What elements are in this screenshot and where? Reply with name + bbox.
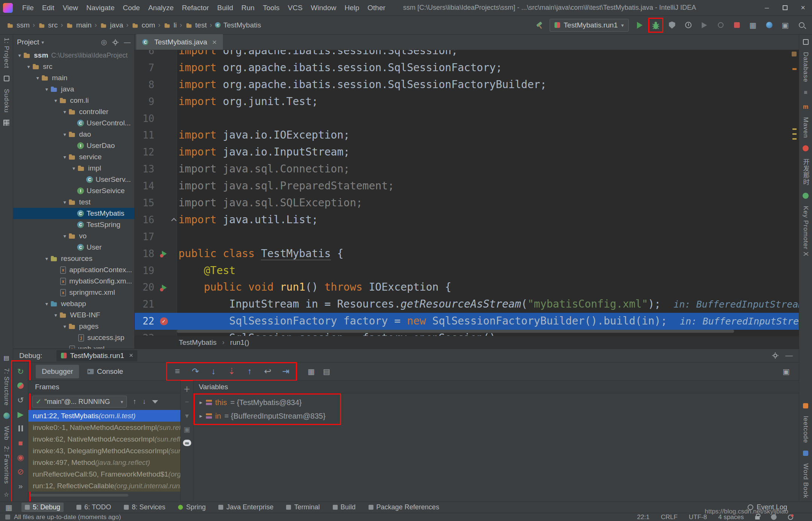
search-everywhere-button[interactable] <box>764 20 774 30</box>
run-disabled-button[interactable] <box>699 20 710 30</box>
lock-icon[interactable] <box>755 516 760 519</box>
tool-button-favorites[interactable]: 2: Favorites <box>3 443 10 487</box>
menu-item-vcs[interactable]: VCS <box>284 0 307 15</box>
pause-icon[interactable] <box>16 424 26 433</box>
expand-arrow-icon[interactable]: ▸ <box>200 413 203 419</box>
horizontal-scrollbar[interactable] <box>177 330 734 333</box>
next-frame-icon[interactable]: ↓ <box>143 398 146 406</box>
maximize-icon[interactable] <box>776 0 794 16</box>
rerun-icon[interactable]: ↻ <box>16 366 26 376</box>
tool-button-project[interactable]: 1: Project <box>3 35 10 72</box>
line-number[interactable]: 17 <box>135 229 158 245</box>
restart-debug-icon[interactable] <box>16 381 26 390</box>
expand-arrow-icon[interactable]: ▾ <box>61 154 68 160</box>
tree-item-userseivice[interactable]: IUserSeivice <box>13 185 134 197</box>
line-number[interactable]: 6 <box>135 50 158 59</box>
tool-window-button-package-references[interactable]: Package References <box>369 503 439 511</box>
layout-options-icon[interactable]: ≡ <box>171 366 183 377</box>
menu-item-edit[interactable]: Edit <box>38 0 59 15</box>
menu-item-refactor[interactable]: Refactor <box>178 0 213 15</box>
tab-console[interactable]: Console <box>81 365 129 378</box>
tree-item-usercontrol[interactable]: CUserControl... <box>13 117 134 129</box>
thread-selector[interactable]: ✓ "main"@... RUNNING ▾ <box>32 396 127 408</box>
stop-button[interactable] <box>731 20 742 30</box>
line-number[interactable]: 12 <box>135 144 158 161</box>
line-number[interactable]: 20 <box>135 279 158 296</box>
line-number[interactable]: 11 <box>135 127 158 144</box>
run-config-selector[interactable]: TestMybatis.run1 ▾ <box>550 19 629 32</box>
menu-item-code[interactable]: Code <box>119 0 144 15</box>
hide-panel-icon[interactable]: — <box>124 38 131 46</box>
move-down-icon[interactable]: ▾ <box>183 411 191 420</box>
breadcrumb-testmybatis[interactable]: CTestMybatis <box>214 21 262 29</box>
tool-windows-button[interactable]: ▦ <box>748 20 758 30</box>
error-stripe-mark[interactable] <box>792 68 797 70</box>
line-number[interactable]: 13 <box>135 161 158 178</box>
line-separator[interactable]: CRLF <box>661 513 677 521</box>
filter-icon[interactable] <box>152 400 158 404</box>
show-return-values-icon[interactable]: ∞ <box>183 439 191 447</box>
view-breakpoints-icon[interactable]: ◉ <box>16 452 26 462</box>
tree-item-applicationcontex[interactable]: xapplicationContex... <box>13 264 134 276</box>
tree-item-testmybatis[interactable]: CTestMybatis <box>13 208 134 219</box>
tree-item-dao[interactable]: ▾dao <box>13 129 134 140</box>
restore-layout-icon[interactable]: ▣ <box>783 368 790 375</box>
add-watch-icon[interactable]: ＋ <box>183 384 191 393</box>
stack-frame[interactable]: run:12, ReflectiveCallable (org.junit.in… <box>28 480 180 492</box>
stack-frame[interactable]: invoke:497, Method (java.lang.reflect) <box>28 457 180 468</box>
stack-frame[interactable]: invoke0:-1, NativeMethodAccessorImpl (su… <box>28 422 180 433</box>
tree-item-vo[interactable]: ▾vo <box>13 230 134 242</box>
fold-marker-icon[interactable] <box>171 218 177 223</box>
tool-window-button-terminal[interactable]: Terminal <box>286 503 320 511</box>
tree-item-web-xml[interactable]: xweb.xml <box>13 343 134 349</box>
step-into-icon[interactable]: ↓ <box>207 366 219 377</box>
file-encoding[interactable]: UTF-8 <box>689 513 707 521</box>
tool-window-button-build[interactable]: Build <box>333 503 356 511</box>
tree-item-success-jsp[interactable]: jsuccess.jsp <box>13 332 134 343</box>
tree-item-webapp[interactable]: ▾webapp <box>13 298 134 309</box>
tree-item-userdao[interactable]: IUserDao <box>13 140 134 151</box>
breadcrumb-test[interactable]: test <box>184 21 208 29</box>
tool-button-structure[interactable]: 7: Structure <box>3 365 10 409</box>
minimize-icon[interactable]: – <box>758 0 776 16</box>
line-number[interactable]: 8 <box>135 76 158 93</box>
run-gutter-icon[interactable] <box>160 250 168 257</box>
coverage-button[interactable] <box>667 20 677 30</box>
tree-item-userserv[interactable]: CUserServ... <box>13 174 134 185</box>
menu-item-analyze[interactable]: Analyze <box>144 0 178 15</box>
tab-debugger[interactable]: Debugger <box>36 365 79 378</box>
close-icon[interactable]: × <box>794 0 812 16</box>
tree-item-impl[interactable]: ▾impl <box>13 163 134 174</box>
expand-arrow-icon[interactable]: ▾ <box>61 199 68 205</box>
reload-classes-icon[interactable]: ↺ <box>16 395 26 405</box>
more-actions-icon[interactable]: » <box>16 481 26 491</box>
editor-tab-testmybatis[interactable]: C TestMybatis.java × <box>136 34 223 50</box>
stack-frame[interactable]: run1:22, TestMybatis (com.li.test) <box>28 410 180 422</box>
tree-item-controller[interactable]: ▾controller <box>13 106 134 117</box>
tree-item-springmvc-xml[interactable]: xspringmvc.xml <box>13 287 134 298</box>
menu-item-view[interactable]: View <box>58 0 82 15</box>
tool-window-button-java-enterprise[interactable]: Java Enterprise <box>218 503 273 511</box>
locate-file-icon[interactable]: ◎ <box>101 38 107 46</box>
expand-arrow-icon[interactable]: ▾ <box>61 323 68 329</box>
line-number[interactable]: 16 <box>135 212 158 229</box>
ant-icon[interactable]: ≡ <box>802 89 809 96</box>
line-number[interactable]: 22 <box>135 313 158 330</box>
tool-button-key-promoter[interactable]: Key Promoter X <box>802 203 809 259</box>
menu-item-tools[interactable]: Tools <box>259 0 283 15</box>
warning-stripe-mark[interactable] <box>792 138 797 140</box>
breakpoint-icon[interactable]: ✓ <box>160 317 168 325</box>
debug-button[interactable] <box>651 20 661 30</box>
gear-icon[interactable] <box>113 40 117 44</box>
tree-item-pages[interactable]: ▾pages <box>13 321 134 332</box>
expand-arrow-icon[interactable]: ▾ <box>43 256 50 262</box>
tool-window-button-spring[interactable]: Spring <box>178 503 206 511</box>
tool-window-button-5-debug[interactable]: 5: Debug <box>21 503 64 512</box>
frames-scrollbar[interactable] <box>30 494 128 497</box>
warning-stripe-mark[interactable] <box>792 128 797 130</box>
tool-button-sudoku[interactable]: Sudoku <box>3 86 10 116</box>
tree-item-testspring[interactable]: CTestSpring <box>13 219 134 230</box>
tool-switcher-icon[interactable]: ▦ <box>5 504 12 511</box>
debug-session-tab[interactable]: TestMybatis.run1 × <box>56 350 137 361</box>
tree-item-src[interactable]: ▾src <box>13 61 134 72</box>
